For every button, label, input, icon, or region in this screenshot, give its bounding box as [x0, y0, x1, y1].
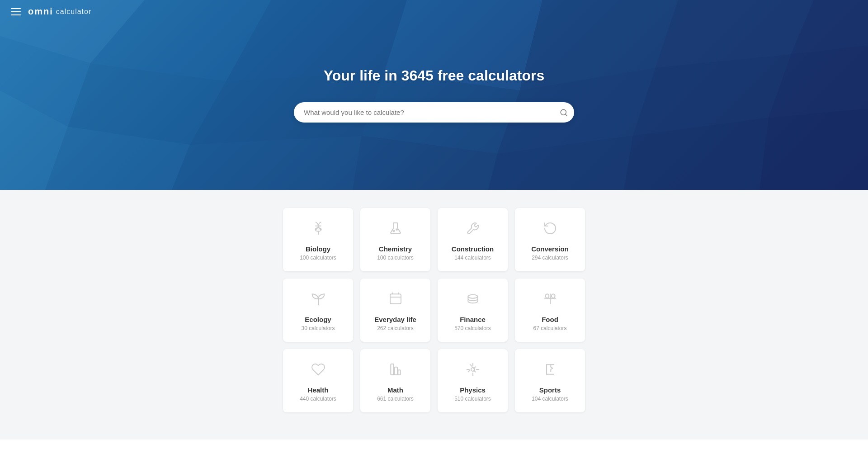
ecology-icon — [311, 292, 326, 308]
everyday-icon — [388, 292, 403, 308]
category-count: 30 calculators — [301, 325, 335, 331]
category-name: Chemistry — [379, 245, 412, 253]
construction-icon — [466, 221, 480, 238]
category-card-health[interactable]: Health440 calculators — [283, 349, 353, 412]
category-name: Everyday life — [374, 316, 416, 323]
svg-point-25 — [393, 230, 394, 232]
category-card-math[interactable]: Math661 calculators — [360, 349, 430, 412]
search-icon — [560, 109, 568, 117]
hero-background — [0, 0, 868, 190]
category-count: 100 calculators — [300, 255, 336, 261]
food-icon — [543, 292, 557, 308]
categories-section: Biology100 calculatorsChemistry100 calcu… — [0, 190, 868, 440]
category-card-biology[interactable]: Biology100 calculators — [283, 208, 353, 271]
math-icon — [388, 362, 403, 379]
category-name: Conversion — [531, 245, 569, 253]
category-count: 510 calculators — [454, 396, 491, 402]
svg-marker-20 — [760, 109, 868, 190]
svg-rect-27 — [390, 294, 401, 303]
svg-rect-30 — [391, 364, 394, 375]
header: omni calculator — [0, 0, 868, 23]
category-name: Food — [542, 316, 558, 323]
category-card-food[interactable]: Food67 calculators — [515, 279, 585, 342]
finance-icon — [466, 292, 480, 308]
category-name: Health — [308, 386, 329, 394]
category-count: 262 calculators — [377, 325, 414, 331]
category-card-physics[interactable]: Physics510 calculators — [438, 349, 508, 412]
category-name: Construction — [452, 245, 494, 253]
category-card-sports[interactable]: Sports104 calculators — [515, 349, 585, 412]
category-count: 661 calculators — [377, 396, 414, 402]
search-input[interactable] — [294, 102, 574, 123]
svg-point-26 — [396, 229, 397, 230]
svg-line-22 — [565, 114, 566, 115]
category-card-conversion[interactable]: Conversion294 calculators — [515, 208, 585, 271]
category-count: 570 calculators — [454, 325, 491, 331]
health-icon — [311, 362, 326, 379]
svg-point-29 — [468, 295, 477, 298]
categories-grid: Biology100 calculatorsChemistry100 calcu… — [283, 208, 585, 412]
category-count: 440 calculators — [300, 396, 336, 402]
category-name: Sports — [539, 386, 561, 394]
category-card-chemistry[interactable]: Chemistry100 calculators — [360, 208, 430, 271]
hero-title: Your life in 3645 free calculators — [324, 67, 545, 84]
biology-icon — [311, 221, 326, 238]
category-name: Math — [387, 386, 403, 394]
category-name: Finance — [460, 316, 486, 323]
category-count: 67 calculators — [533, 325, 566, 331]
category-name: Physics — [460, 386, 486, 394]
logo-omni-text: omni — [28, 6, 53, 17]
svg-rect-31 — [394, 367, 397, 375]
category-card-ecology[interactable]: Ecology30 calculators — [283, 279, 353, 342]
category-name: Biology — [306, 245, 330, 253]
category-card-construction[interactable]: Construction144 calculators — [438, 208, 508, 271]
svg-rect-32 — [398, 370, 400, 375]
physics-icon — [466, 362, 480, 379]
search-bar — [294, 102, 574, 123]
chemistry-icon — [388, 221, 403, 238]
conversion-icon — [543, 221, 557, 238]
category-name: Ecology — [305, 316, 331, 323]
page-wrapper: omni calculator Your life in 3645 free c… — [0, 0, 868, 440]
hamburger-menu[interactable] — [11, 8, 21, 15]
sports-icon — [543, 362, 557, 379]
category-count: 100 calculators — [377, 255, 414, 261]
category-card-finance[interactable]: Finance570 calculators — [438, 279, 508, 342]
category-count: 104 calculators — [532, 396, 568, 402]
hero-section: omni calculator Your life in 3645 free c… — [0, 0, 868, 190]
category-count: 294 calculators — [532, 255, 568, 261]
logo-calc-text: calculator — [56, 8, 91, 16]
category-count: 144 calculators — [454, 255, 491, 261]
logo[interactable]: omni calculator — [28, 6, 91, 17]
search-button[interactable] — [560, 109, 568, 117]
category-card-everyday[interactable]: Everyday life262 calculators — [360, 279, 430, 342]
